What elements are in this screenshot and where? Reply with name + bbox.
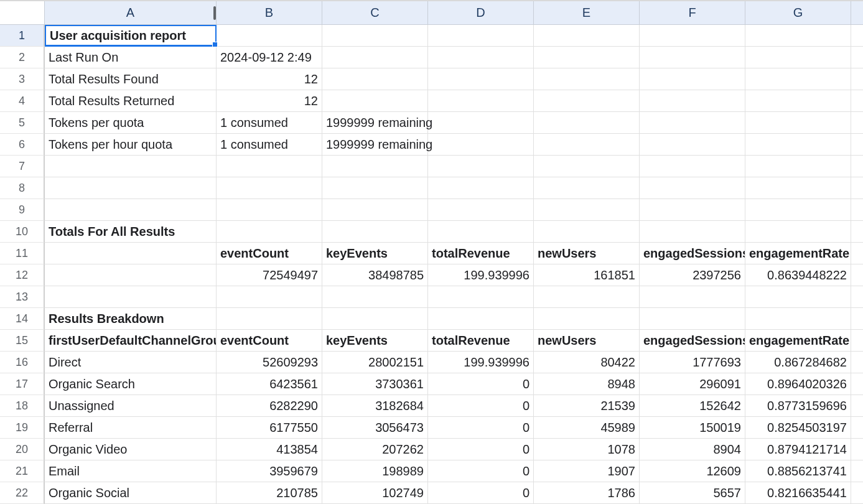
cell-r18-c5[interactable]: 21539 <box>534 395 640 417</box>
cell-r1-c1[interactable]: User acquisition report <box>45 25 217 47</box>
cell-r15-c8[interactable] <box>851 330 863 352</box>
cell-r2-c6[interactable] <box>640 47 745 68</box>
cell-r1-c8[interactable] <box>851 25 863 47</box>
cell-r13-c4[interactable] <box>428 286 534 308</box>
cell-r10-c7[interactable] <box>745 221 851 243</box>
cell-r13-c6[interactable] <box>640 286 745 308</box>
cell-r11-c5[interactable]: newUsers <box>534 243 640 264</box>
cell-r17-c7[interactable]: 0.8964020326 <box>745 373 851 395</box>
cell-r11-c2[interactable]: eventCount <box>217 243 322 264</box>
cell-r12-c2[interactable]: 72549497 <box>217 264 322 286</box>
cell-r21-c3[interactable]: 198989 <box>322 460 428 482</box>
cell-r13-c1[interactable] <box>45 286 217 308</box>
cell-r16-c1[interactable]: Direct <box>45 352 217 373</box>
cell-r19-c2[interactable]: 6177550 <box>217 417 322 439</box>
cell-r9-c4[interactable] <box>428 199 534 221</box>
cell-r10-c1[interactable]: Totals For All Results <box>45 221 217 243</box>
cell-r8-c8[interactable] <box>851 177 863 199</box>
col-header-E[interactable]: E <box>534 1 640 25</box>
col-header-F[interactable]: F <box>640 1 745 25</box>
row-header-11[interactable]: 11 <box>0 243 45 264</box>
cell-r6-c8[interactable] <box>851 134 863 156</box>
cell-r4-c1[interactable]: Total Results Returned <box>45 90 217 112</box>
cell-r9-c2[interactable] <box>217 199 322 221</box>
cell-r12-c1[interactable] <box>45 264 217 286</box>
cell-r14-c2[interactable] <box>217 308 322 330</box>
cell-r1-c3[interactable] <box>322 25 428 47</box>
cell-r9-c3[interactable] <box>322 199 428 221</box>
cell-r1-c2[interactable] <box>217 25 322 47</box>
cell-r3-c6[interactable] <box>640 68 745 90</box>
cell-r10-c6[interactable] <box>640 221 745 243</box>
cell-r16-c8[interactable] <box>851 352 863 373</box>
select-all-corner[interactable] <box>0 1 45 25</box>
cell-r8-c1[interactable] <box>45 177 217 199</box>
cell-r3-c3[interactable] <box>322 68 428 90</box>
row-header-20[interactable]: 20 <box>0 439 45 460</box>
cell-r19-c5[interactable]: 45989 <box>534 417 640 439</box>
cell-r17-c5[interactable]: 8948 <box>534 373 640 395</box>
row-header-18[interactable]: 18 <box>0 395 45 417</box>
cell-r10-c8[interactable] <box>851 221 863 243</box>
cell-r22-c6[interactable]: 5657 <box>640 482 745 504</box>
cell-r5-c5[interactable] <box>534 112 640 134</box>
row-header-3[interactable]: 3 <box>0 68 45 90</box>
cell-r8-c3[interactable] <box>322 177 428 199</box>
cell-r4-c2[interactable]: 12 <box>217 90 322 112</box>
cell-r15-c5[interactable]: newUsers <box>534 330 640 352</box>
col-header-A[interactable]: A <box>45 1 217 25</box>
cell-r14-c6[interactable] <box>640 308 745 330</box>
cell-r4-c8[interactable] <box>851 90 863 112</box>
cell-r22-c5[interactable]: 1786 <box>534 482 640 504</box>
cell-r22-c4[interactable]: 0 <box>428 482 534 504</box>
row-header-5[interactable]: 5 <box>0 112 45 134</box>
cell-r16-c2[interactable]: 52609293 <box>217 352 322 373</box>
cell-r21-c4[interactable]: 0 <box>428 460 534 482</box>
cell-r18-c7[interactable]: 0.8773159696 <box>745 395 851 417</box>
cell-r12-c8[interactable] <box>851 264 863 286</box>
cell-r7-c5[interactable] <box>534 156 640 177</box>
cell-r7-c2[interactable] <box>217 156 322 177</box>
cell-r10-c5[interactable] <box>534 221 640 243</box>
cell-r18-c1[interactable]: Unassigned <box>45 395 217 417</box>
cell-r18-c2[interactable]: 6282290 <box>217 395 322 417</box>
cell-r14-c8[interactable] <box>851 308 863 330</box>
cell-r19-c3[interactable]: 3056473 <box>322 417 428 439</box>
cell-r19-c7[interactable]: 0.8254503197 <box>745 417 851 439</box>
cell-r21-c5[interactable]: 1907 <box>534 460 640 482</box>
cell-r18-c4[interactable]: 0 <box>428 395 534 417</box>
cell-r16-c7[interactable]: 0.867284682 <box>745 352 851 373</box>
cell-r22-c3[interactable]: 102749 <box>322 482 428 504</box>
cell-r2-c3[interactable] <box>322 47 428 68</box>
cell-r8-c7[interactable] <box>745 177 851 199</box>
cell-r20-c8[interactable] <box>851 439 863 460</box>
cell-r11-c7[interactable]: engagementRate <box>745 243 851 264</box>
cell-r3-c1[interactable]: Total Results Found <box>45 68 217 90</box>
row-header-1[interactable]: 1 <box>0 25 45 47</box>
cell-r4-c6[interactable] <box>640 90 745 112</box>
cell-r14-c3[interactable] <box>322 308 428 330</box>
cell-r8-c4[interactable] <box>428 177 534 199</box>
cell-r7-c8[interactable] <box>851 156 863 177</box>
cell-r16-c3[interactable]: 28002151 <box>322 352 428 373</box>
cell-r19-c1[interactable]: Referral <box>45 417 217 439</box>
cell-r5-c6[interactable] <box>640 112 745 134</box>
cell-r7-c7[interactable] <box>745 156 851 177</box>
cell-r17-c6[interactable]: 296091 <box>640 373 745 395</box>
cell-r20-c3[interactable]: 207262 <box>322 439 428 460</box>
cell-r5-c7[interactable] <box>745 112 851 134</box>
cell-r5-c4[interactable] <box>428 112 534 134</box>
row-header-15[interactable]: 15 <box>0 330 45 352</box>
cell-r4-c5[interactable] <box>534 90 640 112</box>
cell-r4-c4[interactable] <box>428 90 534 112</box>
cell-r2-c5[interactable] <box>534 47 640 68</box>
cell-r1-c7[interactable] <box>745 25 851 47</box>
cell-r19-c4[interactable]: 0 <box>428 417 534 439</box>
row-header-10[interactable]: 10 <box>0 221 45 243</box>
cell-r2-c7[interactable] <box>745 47 851 68</box>
cell-r8-c6[interactable] <box>640 177 745 199</box>
row-header-8[interactable]: 8 <box>0 177 45 199</box>
cell-r22-c1[interactable]: Organic Social <box>45 482 217 504</box>
cell-r6-c3[interactable]: 1999999 remaining <box>322 134 428 156</box>
cell-r13-c8[interactable] <box>851 286 863 308</box>
